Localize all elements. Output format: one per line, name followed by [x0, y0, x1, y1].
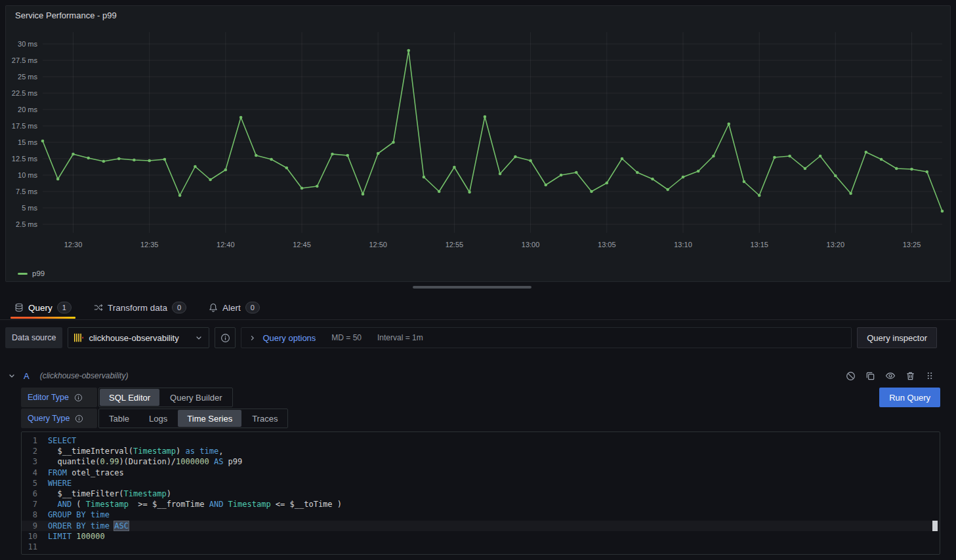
query-options-label: Query options	[262, 333, 316, 343]
timeseries-chart[interactable]: 2.5 ms5 ms7.5 ms10 ms12.5 ms15 ms17.5 ms…	[7, 26, 949, 256]
svg-text:20 ms: 20 ms	[18, 106, 37, 113]
editor-type-row: Editor Type SQL Editor Query Builder Run…	[21, 388, 940, 407]
sql-line[interactable]: 1SELECT	[22, 435, 940, 446]
svg-text:5 ms: 5 ms	[22, 204, 37, 212]
sql-line-number: 1	[22, 436, 48, 445]
svg-text:30 ms: 30 ms	[18, 40, 37, 48]
sql-code-editor[interactable]: 1SELECT2 $__timeInterval(Timestamp) as t…	[21, 431, 940, 555]
svg-text:15 ms: 15 ms	[18, 138, 37, 146]
svg-text:27.5 ms: 27.5 ms	[12, 56, 38, 64]
sql-line[interactable]: 7 AND ( Timestamp >= $__fromTime AND Tim…	[22, 499, 940, 510]
svg-text:12.5 ms: 12.5 ms	[12, 155, 38, 163]
tab-query-count-badge: 1	[57, 302, 72, 313]
query-datasource-hint: (clickhouse-observability)	[40, 371, 129, 380]
tab-alert-label: Alert	[222, 303, 241, 313]
duplicate-query-icon[interactable]	[865, 371, 875, 381]
query-type-option-traces[interactable]: Traces	[243, 410, 287, 427]
chart-legend[interactable]: p99	[18, 270, 45, 277]
svg-text:13:20: 13:20	[827, 241, 845, 249]
sql-line[interactable]: 11	[22, 542, 940, 552]
query-row-header: A (clickhouse-observability)	[5, 366, 937, 386]
collapse-chevron-icon[interactable]	[8, 372, 16, 380]
sql-line-code: WHERE	[48, 479, 72, 488]
sql-line-number: 8	[22, 510, 48, 519]
delete-query-trash-icon[interactable]	[905, 371, 915, 381]
sql-line-number: 2	[22, 447, 48, 456]
tab-query[interactable]: Query 1	[9, 296, 77, 319]
panel-title[interactable]: Service Performance - p99	[6, 6, 950, 20]
datasource-bar: Data source clickhouse-observability Que…	[5, 327, 937, 348]
editor-tabs: Query 1 Transform data 0 Alert 0	[9, 296, 277, 319]
sql-line-number: 5	[22, 479, 48, 488]
bell-icon	[209, 303, 218, 312]
editor-type-radio-group: SQL Editor Query Builder	[98, 388, 233, 407]
interval-value: Interval = 1m	[377, 333, 423, 342]
datasource-label: Data source	[5, 327, 62, 348]
max-data-points-value: MD = 50	[331, 333, 362, 342]
svg-text:12:55: 12:55	[446, 241, 464, 249]
legend-series-label: p99	[32, 270, 45, 277]
sql-lines-container: 1SELECT2 $__timeInterval(Timestamp) as t…	[22, 435, 940, 552]
svg-text:7.5 ms: 7.5 ms	[16, 188, 38, 195]
query-type-option-time-series[interactable]: Time Series	[178, 410, 241, 427]
editor-type-option-sql-editor[interactable]: SQL Editor	[100, 389, 159, 406]
svg-text:10 ms: 10 ms	[18, 171, 37, 179]
sql-line-number: 9	[22, 521, 48, 530]
svg-text:13:00: 13:00	[522, 241, 540, 249]
query-type-row: Query Type Table Logs Time Series Traces	[21, 409, 940, 428]
sql-line[interactable]: 5WHERE	[22, 478, 940, 489]
svg-text:12:35: 12:35	[140, 241, 159, 249]
tab-query-label: Query	[28, 303, 52, 313]
svg-text:12:40: 12:40	[217, 241, 235, 249]
query-type-option-logs[interactable]: Logs	[140, 410, 177, 427]
svg-text:13:10: 13:10	[674, 241, 692, 249]
query-type-radio-group: Table Logs Time Series Traces	[98, 409, 288, 428]
datasource-help-button[interactable]	[215, 327, 236, 348]
query-options-toggle[interactable]: Query options MD = 50 Interval = 1m	[241, 327, 852, 348]
sql-line-number: 10	[22, 532, 48, 541]
sql-line[interactable]: 3 quantile(0.99)(Duration)/1000000 AS p9…	[22, 456, 940, 467]
editor-type-label-text: Editor Type	[28, 393, 69, 402]
tab-transform-label: Transform data	[108, 303, 167, 313]
clickhouse-logo-icon	[74, 333, 83, 342]
query-ref-id[interactable]: A	[24, 371, 30, 381]
sql-line-code: quantile(0.99)(Duration)/1000000 AS p99	[48, 457, 242, 466]
active-tab-underline	[10, 317, 75, 319]
disable-query-icon[interactable]	[846, 371, 856, 381]
sql-line[interactable]: 9ORDER BY time ASC	[22, 521, 940, 531]
drag-handle-grip-icon[interactable]	[925, 371, 934, 380]
query-inspector-button[interactable]: Query inspector	[857, 327, 937, 348]
run-query-button[interactable]: Run Query	[879, 388, 940, 407]
sql-line-number: 7	[22, 500, 48, 509]
datasource-picker[interactable]: clickhouse-observability	[68, 327, 209, 348]
query-type-option-table[interactable]: Table	[100, 410, 138, 427]
svg-text:12:50: 12:50	[369, 241, 387, 249]
tab-transform-data[interactable]: Transform data 0	[89, 296, 192, 319]
sql-line-code: $__timeFilter(Timestamp)	[48, 489, 171, 498]
editor-type-option-query-builder[interactable]: Query Builder	[161, 389, 231, 406]
horizontal-scrollbar-thumb[interactable]	[413, 286, 531, 289]
sql-line-number: 6	[22, 489, 48, 498]
svg-text:25 ms: 25 ms	[18, 73, 37, 81]
sql-line-code: GROUP BY time	[48, 510, 110, 519]
tab-transform-count-badge: 0	[172, 302, 186, 313]
chevron-right-icon	[249, 334, 256, 342]
sql-line[interactable]: 4FROM otel_traces	[22, 468, 940, 478]
transform-icon	[94, 303, 103, 312]
svg-text:12:30: 12:30	[64, 241, 83, 249]
sql-line[interactable]: 2 $__timeInterval(Timestamp) as time,	[22, 446, 940, 456]
info-circle-icon[interactable]	[75, 414, 83, 423]
svg-text:13:25: 13:25	[903, 241, 921, 249]
hide-response-eye-icon[interactable]	[885, 370, 896, 381]
sql-line[interactable]: 10LIMIT 100000	[22, 531, 940, 542]
info-circle-icon	[220, 333, 230, 343]
sql-line-code: ORDER BY time ASC	[48, 521, 129, 530]
info-circle-icon[interactable]	[74, 393, 83, 402]
chevron-down-icon	[195, 334, 203, 342]
tab-alert[interactable]: Alert 0	[203, 296, 265, 319]
sql-line[interactable]: 8GROUP BY time	[22, 510, 940, 520]
sql-line[interactable]: 6 $__timeFilter(Timestamp)	[22, 489, 940, 499]
svg-text:13:05: 13:05	[598, 241, 616, 249]
datasource-value: clickhouse-observability	[89, 333, 190, 343]
sql-line-number: 3	[22, 457, 48, 466]
